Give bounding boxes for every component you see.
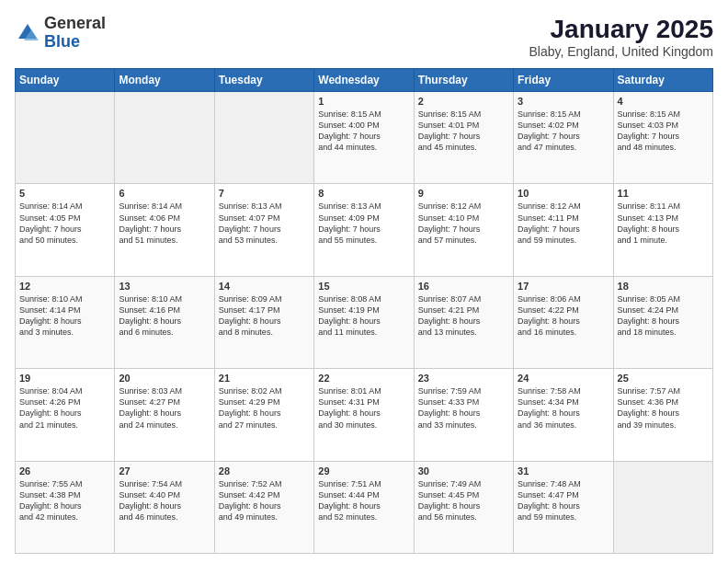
calendar-cell: 15Sunrise: 8:08 AM Sunset: 4:19 PM Dayli… (314, 276, 414, 368)
day-number: 25 (618, 373, 709, 384)
cell-content: Sunrise: 8:15 AM Sunset: 4:02 PM Dayligh… (518, 109, 609, 154)
calendar-cell: 11Sunrise: 8:11 AM Sunset: 4:13 PM Dayli… (613, 184, 712, 276)
calendar-cell: 21Sunrise: 8:02 AM Sunset: 4:29 PM Dayli… (214, 369, 313, 461)
day-number: 16 (418, 281, 509, 292)
cell-content: Sunrise: 7:59 AM Sunset: 4:33 PM Dayligh… (418, 385, 509, 431)
calendar-cell: 27Sunrise: 7:54 AM Sunset: 4:40 PM Dayli… (115, 461, 214, 553)
cell-content: Sunrise: 7:48 AM Sunset: 4:47 PM Dayligh… (518, 478, 609, 523)
day-number: 9 (418, 188, 509, 199)
cell-content: Sunrise: 8:02 AM Sunset: 4:29 PM Dayligh… (219, 385, 310, 431)
calendar-cell: 5Sunrise: 8:14 AM Sunset: 4:05 PM Daylig… (16, 184, 115, 276)
cell-content: Sunrise: 8:05 AM Sunset: 4:24 PM Dayligh… (618, 293, 709, 339)
cell-content: Sunrise: 8:14 AM Sunset: 4:06 PM Dayligh… (119, 201, 210, 246)
page: General Blue January 2025 Blaby, England… (0, 0, 728, 563)
day-number: 19 (19, 373, 110, 384)
calendar-cell (16, 92, 115, 184)
cell-content: Sunrise: 8:14 AM Sunset: 4:05 PM Dayligh… (19, 201, 110, 246)
weekday-header: Sunday (16, 69, 115, 92)
day-number: 1 (318, 96, 409, 107)
calendar-cell: 22Sunrise: 8:01 AM Sunset: 4:31 PM Dayli… (314, 369, 414, 461)
calendar-cell: 17Sunrise: 8:06 AM Sunset: 4:22 PM Dayli… (514, 276, 613, 368)
day-number: 8 (318, 188, 409, 199)
day-number: 26 (19, 465, 110, 477)
weekday-header: Tuesday (214, 69, 313, 92)
calendar-week-row: 1Sunrise: 8:15 AM Sunset: 4:00 PM Daylig… (16, 92, 713, 184)
calendar-cell: 10Sunrise: 8:12 AM Sunset: 4:11 PM Dayli… (514, 184, 613, 276)
location: Blaby, England, United Kingdom (529, 44, 713, 59)
day-number: 17 (518, 281, 609, 292)
day-number: 31 (518, 465, 609, 477)
day-number: 6 (119, 188, 210, 199)
cell-content: Sunrise: 8:07 AM Sunset: 4:21 PM Dayligh… (418, 293, 509, 339)
calendar-cell: 20Sunrise: 8:03 AM Sunset: 4:27 PM Dayli… (115, 369, 214, 461)
cell-content: Sunrise: 7:49 AM Sunset: 4:45 PM Dayligh… (418, 478, 509, 523)
day-number: 24 (518, 373, 609, 384)
calendar-cell: 2Sunrise: 8:15 AM Sunset: 4:01 PM Daylig… (414, 92, 513, 184)
weekday-header: Thursday (414, 69, 513, 92)
calendar-week-row: 12Sunrise: 8:10 AM Sunset: 4:14 PM Dayli… (16, 276, 713, 368)
day-number: 15 (318, 281, 409, 292)
calendar-table: SundayMondayTuesdayWednesdayThursdayFrid… (15, 68, 713, 554)
calendar-cell (613, 461, 712, 553)
weekday-header: Monday (115, 69, 214, 92)
cell-content: Sunrise: 8:11 AM Sunset: 4:13 PM Dayligh… (618, 201, 709, 246)
calendar-cell: 4Sunrise: 8:15 AM Sunset: 4:03 PM Daylig… (613, 92, 712, 184)
day-number: 21 (219, 373, 310, 384)
cell-content: Sunrise: 7:58 AM Sunset: 4:34 PM Dayligh… (518, 385, 609, 431)
calendar-cell: 12Sunrise: 8:10 AM Sunset: 4:14 PM Dayli… (16, 276, 115, 368)
day-number: 10 (518, 188, 609, 199)
day-number: 30 (418, 465, 509, 477)
cell-content: Sunrise: 7:52 AM Sunset: 4:42 PM Dayligh… (219, 478, 310, 523)
cell-content: Sunrise: 8:13 AM Sunset: 4:07 PM Dayligh… (219, 201, 310, 246)
day-number: 14 (219, 281, 310, 292)
calendar-cell: 13Sunrise: 8:10 AM Sunset: 4:16 PM Dayli… (115, 276, 214, 368)
calendar-cell: 1Sunrise: 8:15 AM Sunset: 4:00 PM Daylig… (314, 92, 414, 184)
cell-content: Sunrise: 8:08 AM Sunset: 4:19 PM Dayligh… (318, 293, 409, 339)
day-number: 29 (318, 465, 409, 477)
cell-content: Sunrise: 8:12 AM Sunset: 4:10 PM Dayligh… (418, 201, 509, 246)
calendar-cell: 24Sunrise: 7:58 AM Sunset: 4:34 PM Dayli… (514, 369, 613, 461)
weekday-header-row: SundayMondayTuesdayWednesdayThursdayFrid… (16, 69, 713, 92)
day-number: 11 (618, 188, 709, 199)
cell-content: Sunrise: 8:10 AM Sunset: 4:16 PM Dayligh… (119, 293, 210, 339)
day-number: 5 (19, 188, 110, 199)
calendar-cell: 3Sunrise: 8:15 AM Sunset: 4:02 PM Daylig… (514, 92, 613, 184)
calendar-cell: 14Sunrise: 8:09 AM Sunset: 4:17 PM Dayli… (214, 276, 313, 368)
day-number: 28 (219, 465, 310, 477)
calendar-cell: 9Sunrise: 8:12 AM Sunset: 4:10 PM Daylig… (414, 184, 513, 276)
calendar-cell: 7Sunrise: 8:13 AM Sunset: 4:07 PM Daylig… (214, 184, 313, 276)
day-number: 27 (119, 465, 210, 477)
cell-content: Sunrise: 8:13 AM Sunset: 4:09 PM Dayligh… (318, 201, 409, 246)
day-number: 4 (618, 96, 709, 107)
month-title: January 2025 (529, 15, 713, 44)
calendar-cell: 8Sunrise: 8:13 AM Sunset: 4:09 PM Daylig… (314, 184, 414, 276)
title-block: January 2025 Blaby, England, United King… (529, 15, 713, 59)
cell-content: Sunrise: 8:04 AM Sunset: 4:26 PM Dayligh… (19, 385, 110, 431)
cell-content: Sunrise: 8:09 AM Sunset: 4:17 PM Dayligh… (219, 293, 310, 339)
cell-content: Sunrise: 8:15 AM Sunset: 4:01 PM Dayligh… (418, 109, 509, 154)
day-number: 7 (219, 188, 310, 199)
cell-content: Sunrise: 7:55 AM Sunset: 4:38 PM Dayligh… (19, 478, 110, 523)
cell-content: Sunrise: 7:54 AM Sunset: 4:40 PM Dayligh… (119, 478, 210, 523)
calendar-cell: 30Sunrise: 7:49 AM Sunset: 4:45 PM Dayli… (414, 461, 513, 553)
calendar-week-row: 19Sunrise: 8:04 AM Sunset: 4:26 PM Dayli… (16, 369, 713, 461)
calendar-cell: 19Sunrise: 8:04 AM Sunset: 4:26 PM Dayli… (16, 369, 115, 461)
cell-content: Sunrise: 8:01 AM Sunset: 4:31 PM Dayligh… (318, 385, 409, 431)
calendar-cell: 23Sunrise: 7:59 AM Sunset: 4:33 PM Dayli… (414, 369, 513, 461)
cell-content: Sunrise: 7:57 AM Sunset: 4:36 PM Dayligh… (618, 385, 709, 431)
calendar-cell: 16Sunrise: 8:07 AM Sunset: 4:21 PM Dayli… (414, 276, 513, 368)
logo-text: General Blue (44, 15, 106, 52)
calendar-cell: 31Sunrise: 7:48 AM Sunset: 4:47 PM Dayli… (514, 461, 613, 553)
day-number: 13 (119, 281, 210, 292)
calendar-cell: 28Sunrise: 7:52 AM Sunset: 4:42 PM Dayli… (214, 461, 313, 553)
weekday-header: Friday (514, 69, 613, 92)
calendar-cell (115, 92, 214, 184)
day-number: 20 (119, 373, 210, 384)
cell-content: Sunrise: 8:12 AM Sunset: 4:11 PM Dayligh… (518, 201, 609, 246)
cell-content: Sunrise: 8:15 AM Sunset: 4:00 PM Dayligh… (318, 109, 409, 154)
cell-content: Sunrise: 8:15 AM Sunset: 4:03 PM Dayligh… (618, 109, 709, 154)
calendar-cell: 6Sunrise: 8:14 AM Sunset: 4:06 PM Daylig… (115, 184, 214, 276)
calendar-cell: 25Sunrise: 7:57 AM Sunset: 4:36 PM Dayli… (613, 369, 712, 461)
day-number: 12 (19, 281, 110, 292)
logo: General Blue (15, 15, 106, 52)
